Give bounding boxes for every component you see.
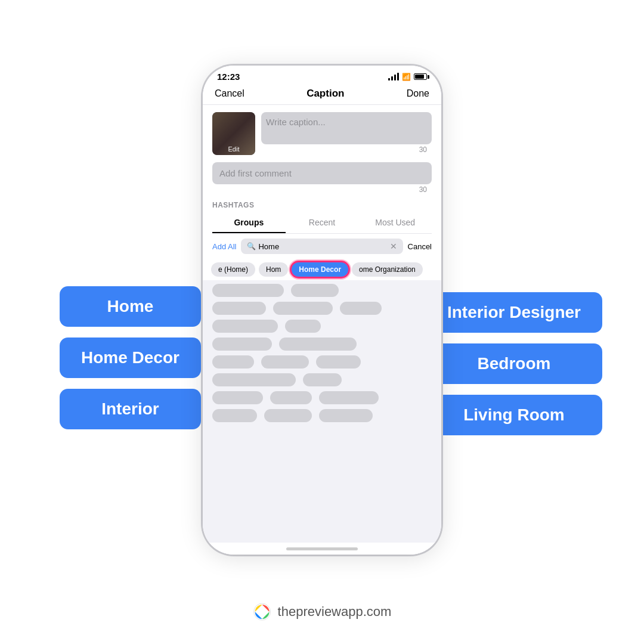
left-tags-container: Home Home Decor Interior xyxy=(60,286,201,429)
hashtag-list xyxy=(203,280,441,543)
hashtag-item[interactable] xyxy=(212,373,296,386)
tab-most-used[interactable]: Most Used xyxy=(358,213,432,233)
caption-placeholder: Write caption... xyxy=(266,117,427,127)
edit-label[interactable]: Edit xyxy=(228,145,240,153)
hashtag-item[interactable] xyxy=(279,338,357,351)
search-clear-icon[interactable]: ✕ xyxy=(390,242,397,251)
hashtag-item[interactable] xyxy=(212,355,254,369)
status-icons: 📶 xyxy=(388,73,427,81)
hashtag-row-1 xyxy=(212,284,432,297)
phone-screen: 12:23 📶 Cancel Caption Done xyxy=(203,66,441,555)
hashtag-item[interactable] xyxy=(212,409,257,422)
hashtag-item[interactable] xyxy=(340,302,382,315)
hashtag-item[interactable] xyxy=(212,338,272,351)
done-button[interactable]: Done xyxy=(407,88,429,99)
tag-bedroom[interactable]: Bedroom xyxy=(426,343,602,384)
home-indicator xyxy=(203,543,441,555)
cancel-button[interactable]: Cancel xyxy=(215,88,244,99)
hashtag-category-chips: e (Home) Hom Home Decor ome Organization xyxy=(203,259,441,280)
app-logo xyxy=(253,602,272,621)
chip-hom[interactable]: Hom xyxy=(259,262,288,277)
hashtag-item[interactable] xyxy=(212,302,266,315)
hashtag-item[interactable] xyxy=(273,302,333,315)
hashtag-search-row: Add All 🔍 Home ✕ Cancel xyxy=(203,234,441,259)
chip-home-decor[interactable]: Home Decor xyxy=(292,262,348,277)
hashtag-row-4 xyxy=(212,338,432,351)
battery-icon xyxy=(414,73,427,80)
tag-home[interactable]: Home xyxy=(60,286,201,327)
home-bar xyxy=(286,547,358,550)
hashtag-item[interactable] xyxy=(264,409,312,422)
caption-image[interactable]: Edit xyxy=(212,112,255,155)
caption-area: Edit Write caption... 30 xyxy=(203,105,441,162)
hashtag-row-6 xyxy=(212,373,432,386)
hashtag-tabs: Groups Recent Most Used xyxy=(212,213,432,234)
comment-area: Add first comment 30 xyxy=(203,162,441,197)
svg-point-1 xyxy=(260,609,265,614)
status-bar: 12:23 📶 xyxy=(203,66,441,84)
comment-char-count: 30 xyxy=(212,184,432,195)
tab-groups[interactable]: Groups xyxy=(212,213,286,233)
comment-placeholder: Add first comment xyxy=(219,168,292,178)
hashtag-row-2 xyxy=(212,302,432,315)
hashtag-item[interactable] xyxy=(291,284,339,297)
chip-home-organization[interactable]: ome Organization xyxy=(352,262,423,277)
caption-char-count: 30 xyxy=(261,144,432,155)
hashtag-row-8 xyxy=(212,409,432,422)
tag-living-room[interactable]: Living Room xyxy=(426,395,602,435)
hashtags-label: HASHTAGS xyxy=(212,201,432,213)
caption-title: Caption xyxy=(306,88,344,100)
hashtag-row-5 xyxy=(212,355,432,369)
tag-home-decor[interactable]: Home Decor xyxy=(60,338,201,378)
caption-header: Cancel Caption Done xyxy=(203,84,441,105)
hashtag-item[interactable] xyxy=(316,355,361,369)
footer: thepreviewapp.com xyxy=(253,602,392,621)
hashtag-item[interactable] xyxy=(303,373,342,386)
hashtag-item[interactable] xyxy=(261,355,309,369)
wifi-icon: 📶 xyxy=(402,73,411,81)
tab-recent[interactable]: Recent xyxy=(286,213,359,233)
search-cancel-button[interactable]: Cancel xyxy=(408,242,432,251)
add-all-button[interactable]: Add All xyxy=(212,242,236,251)
hashtags-section: HASHTAGS Groups Recent Most Used xyxy=(203,197,441,234)
caption-text-input[interactable]: Write caption... xyxy=(261,112,432,144)
tag-interior-designer[interactable]: Interior Designer xyxy=(426,292,602,333)
hashtag-item[interactable] xyxy=(212,391,263,404)
hashtag-search-input[interactable]: 🔍 Home ✕ xyxy=(241,239,402,254)
hashtag-item[interactable] xyxy=(285,320,321,333)
hashtag-item[interactable] xyxy=(319,409,373,422)
signal-icon xyxy=(388,73,399,80)
hashtag-row-7 xyxy=(212,391,432,404)
status-time: 12:23 xyxy=(217,72,240,82)
search-value: Home xyxy=(258,242,279,251)
hashtag-item[interactable] xyxy=(270,391,312,404)
chip-e-home[interactable]: e (Home) xyxy=(211,262,255,277)
search-icon: 🔍 xyxy=(247,242,256,250)
hashtag-item[interactable] xyxy=(319,391,379,404)
hashtag-item[interactable] xyxy=(212,284,284,297)
comment-input[interactable]: Add first comment xyxy=(212,162,432,184)
right-tags-container: Interior Designer Bedroom Living Room xyxy=(426,292,602,435)
footer-text: thepreviewapp.com xyxy=(278,604,392,620)
hashtag-row-3 xyxy=(212,320,432,333)
tag-interior[interactable]: Interior xyxy=(60,389,201,429)
hashtag-item[interactable] xyxy=(212,320,278,333)
phone-frame: 12:23 📶 Cancel Caption Done xyxy=(203,66,441,555)
